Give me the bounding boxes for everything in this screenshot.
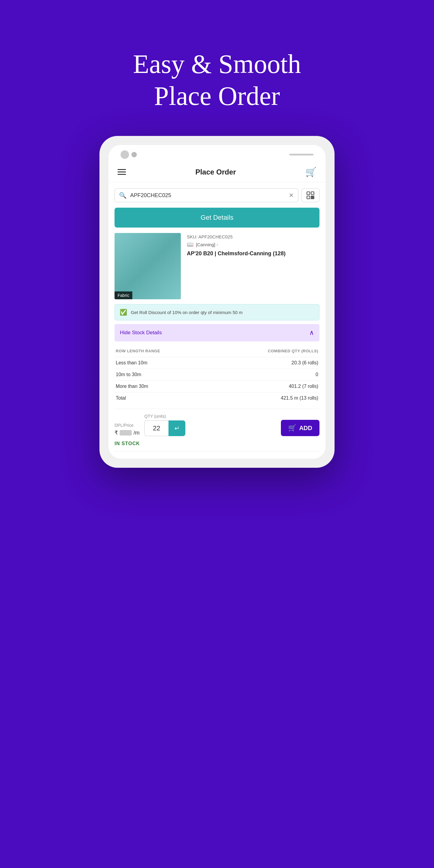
phone-screen: Place Order 🛒 🔍 APF20CHEC025 ✕ xyxy=(108,145,326,459)
camera-lens-small xyxy=(131,152,137,157)
phone-mockup: Place Order 🛒 🔍 APF20CHEC025 ✕ xyxy=(99,136,335,468)
discount-check-icon: ✅ xyxy=(120,309,127,316)
sku-text: SKU: APF20CHEC025 xyxy=(187,234,319,239)
search-bar[interactable]: 🔍 APF20CHEC025 ✕ xyxy=(115,188,299,202)
stock-value: 401.2 (7 rolls) xyxy=(289,384,318,389)
search-icon: 🔍 xyxy=(119,192,127,199)
price-blurred xyxy=(120,430,132,435)
stock-row: 10m to 30m 0 xyxy=(115,369,319,381)
speaker-bar xyxy=(289,154,313,156)
stock-label: More than 30m xyxy=(116,384,148,389)
fabric-texture xyxy=(115,233,181,299)
svg-rect-2 xyxy=(307,196,310,199)
stock-row: More than 30m 401.2 (7 rolls) xyxy=(115,381,319,393)
col-header-qty: COMBINED QTY (ROLLS) xyxy=(268,349,318,353)
hero-title-line1: Easy & Smooth xyxy=(133,50,301,79)
hamburger-line-3 xyxy=(118,174,126,175)
hero-title-line2: Place Order xyxy=(154,82,280,111)
stock-value-total: 421.5 m (13 rolls) xyxy=(281,396,318,401)
svg-rect-0 xyxy=(307,192,310,195)
product-section: Fabric SKU: APF20CHEC025 📖 [Canning] - A… xyxy=(115,233,319,299)
chevron-up-icon: ∧ xyxy=(309,329,314,337)
svg-rect-1 xyxy=(311,192,314,195)
stock-table-header: ROW LENGTH RANGE COMBINED QTY (ROLLS) xyxy=(115,346,319,357)
qty-label: QTY (units) xyxy=(144,414,276,418)
hide-stock-label: Hide Stock Details xyxy=(120,330,162,336)
qty-input[interactable] xyxy=(144,421,168,436)
fabric-label: Fabric xyxy=(115,291,132,299)
qty-block: QTY (units) ↵ xyxy=(144,414,276,436)
app-title: Place Order xyxy=(195,168,236,176)
qty-enter-button[interactable]: ↵ xyxy=(168,421,185,436)
stock-label: 10m to 30m xyxy=(116,372,141,377)
camera-lens-large xyxy=(121,150,129,159)
col-header-length: ROW LENGTH RANGE xyxy=(116,349,160,353)
svg-rect-4 xyxy=(313,196,314,197)
qty-input-row: ↵ xyxy=(144,421,276,436)
price-value: ₹ /m xyxy=(115,430,140,436)
svg-rect-6 xyxy=(313,197,314,199)
search-section: 🔍 APF20CHEC025 ✕ xyxy=(108,182,326,202)
clear-icon[interactable]: ✕ xyxy=(289,192,294,199)
stock-row: Less than 10m 20.3 (6 rolls) xyxy=(115,357,319,369)
discount-text: Get Roll Discount of 10% on order qty of… xyxy=(131,310,243,315)
bottom-divider xyxy=(115,451,319,452)
book-icon: 📖 xyxy=(187,241,193,248)
price-block: DPL/Price ₹ /m xyxy=(115,423,140,436)
stock-value: 20.3 (6 rolls) xyxy=(291,360,318,366)
price-label: DPL/Price xyxy=(115,423,140,428)
canning-text: [Canning] - xyxy=(196,242,218,247)
app-header: Place Order 🛒 xyxy=(108,162,326,182)
qr-scanner-button[interactable] xyxy=(301,188,319,202)
canning-row: 📖 [Canning] - xyxy=(187,241,319,248)
add-to-cart-button[interactable]: 🛒 ADD xyxy=(281,420,319,436)
stock-value: 0 xyxy=(315,372,318,377)
price-unit: /m xyxy=(133,430,140,436)
discount-banner: ✅ Get Roll Discount of 10% on order qty … xyxy=(115,304,319,320)
stock-table: ROW LENGTH RANGE COMBINED QTY (ROLLS) Le… xyxy=(115,341,319,409)
hamburger-menu[interactable] xyxy=(118,169,126,175)
add-cart-icon: 🛒 xyxy=(288,424,296,432)
product-image: Fabric xyxy=(115,233,181,299)
stock-label-total: Total xyxy=(116,396,126,401)
camera-area xyxy=(121,150,137,159)
divider xyxy=(115,409,319,409)
in-stock-label: IN STOCK xyxy=(115,441,319,446)
stock-row: Total 421.5 m (13 rolls) xyxy=(115,393,319,404)
get-details-button[interactable]: Get Details xyxy=(115,208,319,227)
cart-icon[interactable]: 🛒 xyxy=(305,167,316,177)
svg-rect-5 xyxy=(311,198,312,199)
hero-title: Easy & Smooth Place Order xyxy=(133,48,301,112)
order-section: DPL/Price ₹ /m QTY (units) ↵ 🛒 ADD xyxy=(115,414,319,436)
hamburger-line-2 xyxy=(118,172,126,173)
phone-status-bar xyxy=(108,145,326,162)
hide-stock-toggle[interactable]: Hide Stock Details ∧ xyxy=(115,324,319,341)
product-name: AP'20 B20 | Chelmsford-Canning (128) xyxy=(187,250,319,257)
search-input[interactable]: APF20CHEC025 xyxy=(130,192,285,198)
product-info: SKU: APF20CHEC025 📖 [Canning] - AP'20 B2… xyxy=(187,233,319,299)
add-btn-label: ADD xyxy=(299,425,312,432)
stock-label: Less than 10m xyxy=(116,360,147,366)
rupee-symbol: ₹ xyxy=(115,430,118,436)
hamburger-line-1 xyxy=(118,169,126,170)
